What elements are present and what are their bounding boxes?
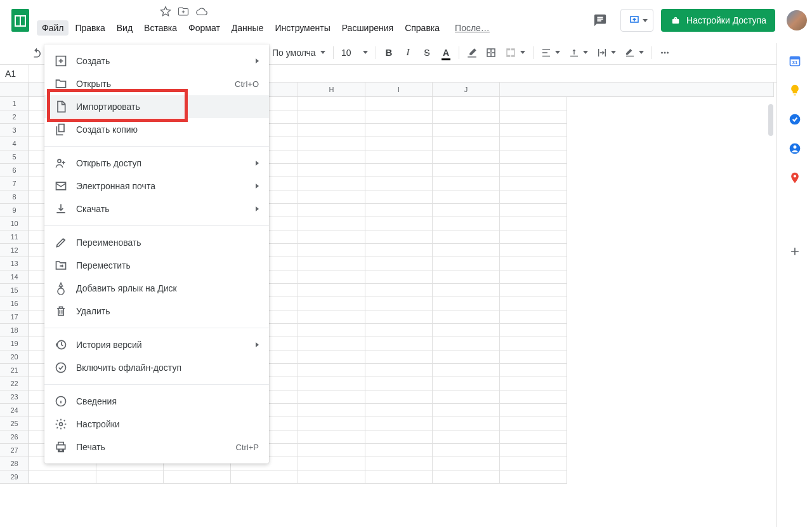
cell[interactable]: [500, 430, 567, 444]
cell[interactable]: [365, 257, 433, 270]
contacts-icon[interactable]: [789, 142, 801, 155]
row-header[interactable]: 29: [0, 470, 29, 484]
menu-add-shortcut[interactable]: Добавить ярлык на Диск: [44, 277, 269, 300]
menu-last-edit[interactable]: После…: [450, 20, 495, 36]
cell[interactable]: [365, 324, 433, 337]
cell[interactable]: [433, 137, 500, 150]
cell[interactable]: [433, 390, 500, 404]
cell[interactable]: [433, 177, 500, 190]
comments-button[interactable]: [587, 8, 613, 33]
cell[interactable]: [433, 164, 500, 177]
cell[interactable]: [298, 244, 365, 257]
row-header[interactable]: 24: [0, 404, 29, 417]
cell[interactable]: [433, 110, 500, 124]
menu-data[interactable]: Данные: [226, 20, 269, 36]
row-header[interactable]: 12: [0, 244, 29, 257]
cell[interactable]: [298, 230, 365, 244]
cell[interactable]: [500, 457, 567, 470]
font-size-dropdown[interactable]: 10: [337, 44, 372, 62]
cell[interactable]: [298, 124, 365, 137]
cell[interactable]: [298, 150, 365, 164]
cell[interactable]: [365, 204, 433, 217]
cell[interactable]: [298, 177, 365, 190]
cell[interactable]: [365, 164, 433, 177]
cell[interactable]: [500, 377, 567, 390]
column-header[interactable]: H: [298, 83, 365, 97]
menu-details[interactable]: Сведения: [44, 390, 269, 413]
cell[interactable]: [298, 164, 365, 177]
cell[interactable]: [298, 204, 365, 217]
cell[interactable]: [500, 310, 567, 324]
account-avatar[interactable]: [787, 10, 807, 30]
select-all-corner[interactable]: [0, 83, 29, 97]
cell[interactable]: [365, 337, 433, 350]
cell[interactable]: [500, 364, 567, 377]
cell[interactable]: [500, 350, 567, 364]
cell[interactable]: [433, 204, 500, 217]
fill-color-button[interactable]: [463, 44, 481, 62]
cell[interactable]: [298, 444, 365, 457]
cell[interactable]: [433, 270, 500, 284]
cell[interactable]: [365, 377, 433, 390]
cell[interactable]: [433, 257, 500, 270]
cell[interactable]: [433, 190, 500, 204]
cell[interactable]: [433, 297, 500, 310]
share-button[interactable]: Настройки Доступа: [661, 9, 775, 32]
row-header[interactable]: 23: [0, 390, 29, 404]
cell[interactable]: [500, 150, 567, 164]
halign-button[interactable]: [537, 44, 564, 62]
cell[interactable]: [298, 297, 365, 310]
cell[interactable]: [500, 190, 567, 204]
menu-download[interactable]: Скачать: [44, 197, 269, 220]
cell[interactable]: [298, 190, 365, 204]
cell[interactable]: [433, 284, 500, 297]
cell[interactable]: [433, 430, 500, 444]
cell[interactable]: [298, 364, 365, 377]
row-header[interactable]: 3: [0, 124, 29, 137]
menu-delete[interactable]: Удалить: [44, 300, 269, 323]
cell[interactable]: [433, 150, 500, 164]
strikethrough-button[interactable]: S: [418, 44, 436, 62]
row-header[interactable]: 28: [0, 457, 29, 470]
row-header[interactable]: 11: [0, 230, 29, 244]
row-header[interactable]: 25: [0, 417, 29, 430]
row-header[interactable]: 4: [0, 137, 29, 150]
menu-move[interactable]: Переместить: [44, 254, 269, 277]
cell[interactable]: [365, 297, 433, 310]
row-header[interactable]: 20: [0, 350, 29, 364]
menu-import[interactable]: Импортировать: [44, 95, 269, 118]
row-header[interactable]: 10: [0, 217, 29, 230]
menu-insert[interactable]: Вставка: [139, 20, 182, 36]
row-header[interactable]: 14: [0, 270, 29, 284]
menu-make-copy[interactable]: Создать копию: [44, 118, 269, 141]
cell[interactable]: [298, 457, 365, 470]
menu-offline[interactable]: Включить офлайн-доступ: [44, 356, 269, 379]
cell[interactable]: [500, 204, 567, 217]
star-icon[interactable]: [160, 6, 171, 17]
cell[interactable]: [500, 124, 567, 137]
keep-icon[interactable]: [789, 84, 801, 97]
row-header[interactable]: 16: [0, 297, 29, 310]
cell[interactable]: [365, 190, 433, 204]
cell[interactable]: [433, 470, 500, 484]
cell[interactable]: [365, 457, 433, 470]
menu-share[interactable]: Открыть доступ: [44, 152, 269, 175]
undo-button[interactable]: [28, 44, 46, 62]
cell[interactable]: [365, 284, 433, 297]
valign-button[interactable]: [565, 44, 592, 62]
menu-print[interactable]: Печать Ctrl+P: [44, 436, 269, 458]
row-header[interactable]: 19: [0, 337, 29, 350]
cell[interactable]: [500, 404, 567, 417]
cell[interactable]: [298, 310, 365, 324]
cell[interactable]: [29, 470, 96, 484]
cell[interactable]: [500, 257, 567, 270]
cell[interactable]: [500, 337, 567, 350]
menu-version-history[interactable]: История версий: [44, 333, 269, 356]
more-tools-button[interactable]: [656, 44, 674, 62]
merge-cells-button[interactable]: [501, 44, 529, 62]
cell[interactable]: [365, 124, 433, 137]
cell[interactable]: [298, 217, 365, 230]
cell[interactable]: [433, 417, 500, 430]
cell[interactable]: [433, 230, 500, 244]
cell[interactable]: [298, 417, 365, 430]
